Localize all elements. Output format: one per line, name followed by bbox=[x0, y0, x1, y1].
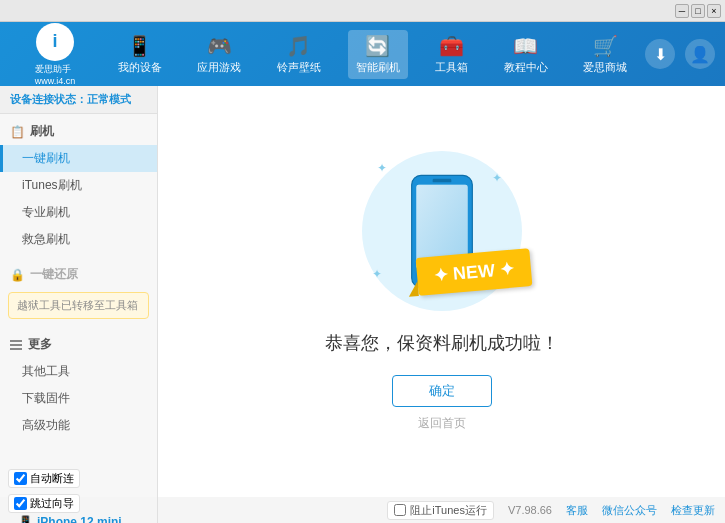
nav-app-game[interactable]: 🎮 应用游戏 bbox=[189, 30, 249, 79]
nav-ringtone[interactable]: 🎵 铃声壁纸 bbox=[269, 30, 329, 79]
bottom-content: 阻止iTunes运行 V7.98.66 客服 微信公众号 检查更新 bbox=[158, 497, 725, 523]
nav-toolbox[interactable]: 🧰 工具箱 bbox=[427, 30, 476, 79]
shop-icon: 🛒 bbox=[593, 34, 618, 58]
itunes-checkbox[interactable] bbox=[394, 504, 406, 516]
nav-my-device[interactable]: 📱 我的设备 bbox=[110, 30, 170, 79]
wechat-link[interactable]: 微信公众号 bbox=[602, 503, 657, 518]
menu-icon bbox=[10, 340, 22, 350]
title-bar: ─ □ × bbox=[0, 0, 725, 22]
nav-smart-flash[interactable]: 🔄 智能刷机 bbox=[348, 30, 408, 79]
tutorial-icon: 📖 bbox=[513, 34, 538, 58]
jailbreak-notice: 越狱工具已转移至工具箱 bbox=[8, 292, 149, 319]
ringtone-icon: 🎵 bbox=[286, 34, 311, 58]
main-area: 设备连接状态：正常模式 📋 刷机 一键刷机 iTunes刷机 专业刷机 救急刷机 bbox=[0, 86, 725, 497]
game-icon: 🎮 bbox=[207, 34, 232, 58]
sidebar-item-pro-flash[interactable]: 专业刷机 bbox=[0, 199, 157, 226]
user-button[interactable]: 👤 bbox=[685, 39, 715, 69]
bottom-bar: 自动断连 跳过向导 📱 iPhone 12 mini 64GB Down-12m… bbox=[0, 497, 725, 523]
skip-wizard-checkbox[interactable]: 跳过向导 bbox=[8, 494, 80, 513]
sparkle-2: ✦ bbox=[492, 171, 502, 185]
flash-section: 📋 刷机 一键刷机 iTunes刷机 专业刷机 救急刷机 bbox=[0, 114, 157, 257]
skip-wizard-check[interactable] bbox=[14, 497, 27, 510]
check-update-link[interactable]: 检查更新 bbox=[671, 503, 715, 518]
device-icon: 📱 bbox=[18, 515, 33, 523]
lock-icon: 🔒 bbox=[10, 268, 25, 282]
nav-items: 📱 我的设备 🎮 应用游戏 🎵 铃声壁纸 🔄 智能刷机 🧰 工具箱 📖 教程中心… bbox=[100, 30, 645, 79]
header: i 爱思助手 www.i4.cn 📱 我的设备 🎮 应用游戏 🎵 铃声壁纸 🔄 … bbox=[0, 22, 725, 86]
sidebar-item-other-tools[interactable]: 其他工具 bbox=[0, 358, 157, 385]
auto-connect-checkbox[interactable]: 自动断连 bbox=[8, 469, 80, 488]
sidebar-item-save-flash[interactable]: 救急刷机 bbox=[0, 226, 157, 253]
download-button[interactable]: ⬇ bbox=[645, 39, 675, 69]
sidebar-item-advanced[interactable]: 高级功能 bbox=[0, 412, 157, 439]
restore-section: 🔒 一键还原 越狱工具已转移至工具箱 bbox=[0, 257, 157, 327]
flash-section-icon: 📋 bbox=[10, 125, 25, 139]
sparkle-3: ✦ bbox=[372, 267, 382, 281]
sidebar-item-itunes-flash[interactable]: iTunes刷机 bbox=[0, 172, 157, 199]
svg-rect-4 bbox=[432, 179, 451, 182]
device-info: 📱 iPhone 12 mini 64GB Down-12mini-13,1 bbox=[18, 515, 149, 523]
confirm-button[interactable]: 确定 bbox=[392, 375, 492, 407]
celebration-area: ✦ ✦ ✦ bbox=[362, 151, 522, 311]
close-button[interactable]: × bbox=[707, 4, 721, 18]
logo-name: 爱思助手 www.i4.cn bbox=[35, 63, 76, 86]
restore-section-header: 🔒 一键还原 bbox=[0, 261, 157, 288]
flash-section-header: 📋 刷机 bbox=[0, 118, 157, 145]
phone-circle: ✦ ✦ ✦ bbox=[362, 151, 522, 311]
connection-status: 设备连接状态：正常模式 bbox=[0, 86, 157, 114]
minimize-button[interactable]: ─ bbox=[675, 4, 689, 18]
success-text: 恭喜您，保资料刷机成功啦！ bbox=[325, 331, 559, 355]
customer-service-link[interactable]: 客服 bbox=[566, 503, 588, 518]
logo-icon: i bbox=[36, 23, 74, 61]
nav-tutorial[interactable]: 📖 教程中心 bbox=[496, 30, 556, 79]
phone-icon: 📱 bbox=[127, 34, 152, 58]
main-content: ✦ ✦ ✦ bbox=[158, 86, 725, 497]
status-value: 正常模式 bbox=[87, 93, 131, 105]
itunes-checkbox-item[interactable]: 阻止iTunes运行 bbox=[387, 501, 494, 520]
header-right: ⬇ 👤 bbox=[645, 39, 715, 69]
auto-connect-check[interactable] bbox=[14, 472, 27, 485]
toolbox-icon: 🧰 bbox=[439, 34, 464, 58]
logo-area: i 爱思助手 www.i4.cn bbox=[10, 23, 100, 86]
bottom-sidebar: 自动断连 跳过向导 📱 iPhone 12 mini 64GB Down-12m… bbox=[0, 497, 158, 523]
version-text: V7.98.66 bbox=[508, 504, 552, 516]
status-label: 设备连接状态： bbox=[10, 93, 87, 105]
sidebar-item-download-firmware[interactable]: 下载固件 bbox=[0, 385, 157, 412]
sparkle-1: ✦ bbox=[377, 161, 387, 175]
phone-graphic: ✦ ✦ ✦ bbox=[362, 151, 522, 311]
more-section: 更多 其他工具 下载固件 高级功能 bbox=[0, 327, 157, 443]
go-home-link[interactable]: 返回首页 bbox=[418, 415, 466, 432]
flash-icon: 🔄 bbox=[365, 34, 390, 58]
nav-shop[interactable]: 🛒 爱思商城 bbox=[575, 30, 635, 79]
sidebar: 设备连接状态：正常模式 📋 刷机 一键刷机 iTunes刷机 专业刷机 救急刷机 bbox=[0, 86, 158, 497]
sidebar-item-one-key-flash[interactable]: 一键刷机 bbox=[0, 145, 157, 172]
window-controls[interactable]: ─ □ × bbox=[675, 4, 721, 18]
maximize-button[interactable]: □ bbox=[691, 4, 705, 18]
more-section-header: 更多 bbox=[0, 331, 157, 358]
